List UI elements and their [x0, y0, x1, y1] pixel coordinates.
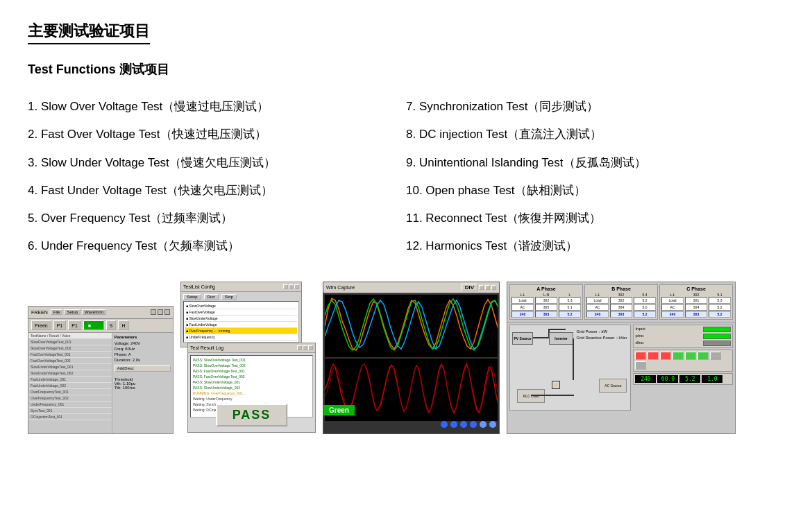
test-item-2: 2. Fast Over Voltage Test（快速过电压测试） [28, 121, 406, 148]
left-column: 1. Slow Over Voltage Test（慢速过电压测试） 2. Fa… [28, 93, 406, 261]
section-title: Test Functions 测试项目 [28, 61, 784, 78]
test-list: 1. Slow Over Voltage Test（慢速过电压测试） 2. Fa… [28, 93, 784, 261]
screenshot-4: A Phase L-L Load AC 240 L-N 302 305 303 [507, 282, 736, 434]
test-item-11: 11. Reconnect Test（恢復并网测试） [406, 205, 784, 232]
screenshot-group-2: TestList Config Setup Run Stop ■ SlowOve… [180, 282, 316, 434]
test-item-5: 5. Over Frequency Test（过频率测试） [28, 205, 406, 232]
test-item-7: 7. Synchronization Test（同步测试） [406, 93, 784, 121]
test-item-3: 3. Slow Under Voltage Test（慢速欠电压测试） [28, 149, 406, 177]
screenshot-1: FREEN File Setup Waveform Preen P1 P1 ■ … [28, 306, 174, 434]
test-item-4: 4. Fast Under Voltage Test（快速欠电压测试） [28, 177, 406, 205]
screenshots-section: FREEN File Setup Waveform Preen P1 P1 ■ … [28, 282, 784, 434]
green-label: Green [323, 405, 355, 415]
test-item-10: 10. Open phase Test（缺相测试） [406, 177, 784, 205]
screenshot-3: Wfm Capture DIV [323, 282, 500, 434]
test-item-9: 9. Unintentional Islanding Test（反孤岛测试） [406, 149, 784, 177]
test-item-1: 1. Slow Over Voltage Test（慢速过电压测试） [28, 93, 406, 121]
test-item-8: 8. DC injection Test（直流注入测试） [406, 121, 784, 148]
test-item-12: 12. Harmonics Test（谐波测试） [406, 232, 784, 260]
right-column: 7. Synchronization Test（同步测试） 8. DC inje… [406, 93, 784, 261]
test-item-6: 6. Under Frequency Test（欠频率测试） [28, 232, 406, 260]
main-title: 主要测试验证项目 [28, 21, 150, 44]
